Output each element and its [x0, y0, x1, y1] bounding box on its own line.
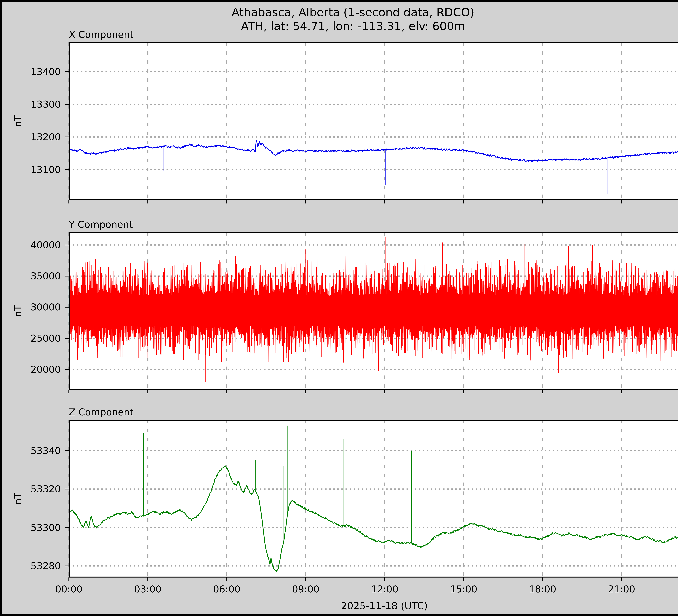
- z-component-plot: [69, 420, 678, 577]
- y-component-title: Y Component: [69, 219, 133, 230]
- x-axis-date-caption: 2025-11-18 (UTC): [249, 600, 520, 612]
- x-tick-label: 03:00: [123, 584, 172, 595]
- y-tick-label: 30000: [4, 301, 61, 314]
- z-component-title: Z Component: [69, 406, 134, 418]
- x-component-chart: [69, 42, 678, 200]
- y-component-plot: [69, 232, 678, 390]
- x-tick-label: 09:00: [281, 584, 330, 595]
- y-tick-label: 40000: [4, 239, 61, 251]
- green-series-line: [69, 466, 678, 572]
- axes-frame: [69, 420, 678, 577]
- y-component-chart: [69, 232, 678, 390]
- y-tick-label: 20000: [4, 363, 61, 376]
- x-component-ylabel: nT: [12, 115, 24, 127]
- x-tick-label: 06:00: [202, 584, 251, 595]
- y-tick-label: 13100: [4, 163, 61, 176]
- x-tick-label: 00:00: [44, 584, 93, 595]
- z-component-chart: [69, 420, 678, 577]
- figure-title-line1: Athabasca, Alberta (1-second data, RDCO): [2, 5, 678, 19]
- red-noise-band: [69, 246, 678, 371]
- y-tick-label: 53320: [4, 483, 61, 496]
- axes-frame: [69, 43, 678, 200]
- x-component-title: X Component: [69, 29, 134, 40]
- x-tick-label: 15:00: [439, 584, 488, 595]
- y-tick-label: 53300: [4, 521, 61, 534]
- x-tick-label: 21:00: [597, 584, 646, 595]
- y-tick-label: 25000: [4, 332, 61, 345]
- figure: Athabasca, Alberta (1-second data, RDCO)…: [0, 0, 678, 616]
- x-component-plot: [69, 42, 678, 200]
- y-tick-label: 13200: [4, 131, 61, 143]
- x-tick-label: 18:00: [518, 584, 567, 595]
- y-tick-label: 13300: [4, 98, 61, 111]
- x-tick-label: 12:00: [360, 584, 409, 595]
- y-tick-label: 35000: [4, 270, 61, 282]
- blue-series-line: [69, 140, 678, 161]
- y-tick-label: 53280: [4, 559, 61, 572]
- y-tick-label: 53340: [4, 444, 61, 457]
- y-tick-label: 13400: [4, 65, 61, 78]
